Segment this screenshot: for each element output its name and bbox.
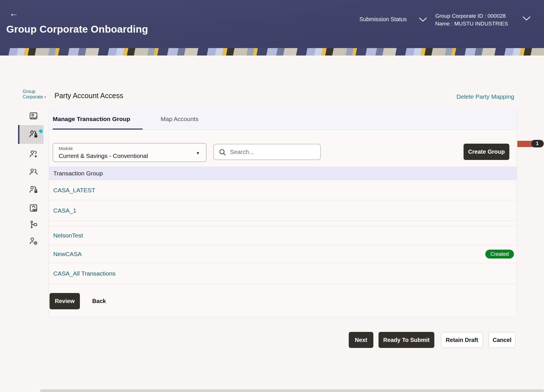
side-alert-count-badge[interactable]: 1 xyxy=(531,140,544,148)
table-row: NelsonTest xyxy=(49,226,517,245)
decorative-banner-strip xyxy=(0,48,544,56)
id-card-icon xyxy=(29,111,38,121)
tab-map-accounts[interactable]: Map Accounts xyxy=(161,109,198,130)
chevron-down-icon[interactable] xyxy=(522,16,531,21)
cancel-button[interactable]: Cancel xyxy=(488,332,516,348)
sidebar-item-add-user[interactable] xyxy=(29,149,38,159)
chevron-down-icon[interactable] xyxy=(419,17,427,22)
search-box xyxy=(214,144,321,160)
corporate-identity-dropdown[interactable]: Group Corporate ID : 000028 Name : MUSTU… xyxy=(435,12,508,27)
delete-party-mapping-link[interactable]: Delete Party Mapping xyxy=(456,93,514,100)
notification-dot-icon xyxy=(39,129,43,133)
users-icon xyxy=(29,167,38,177)
breadcrumb-line2: Corporate xyxy=(23,94,43,99)
table-row: CASA_1 xyxy=(49,200,517,221)
transaction-group-link[interactable]: CASA_LATEST xyxy=(53,187,95,194)
tab-bar: Manage Transaction Group Map Accounts xyxy=(49,109,517,130)
sidebar-item-id-card[interactable] xyxy=(29,111,38,121)
page-header-title: Group Corporate Onboarding xyxy=(6,23,148,35)
module-select-value: Current & Savings - Conventional xyxy=(59,153,148,159)
breadcrumb[interactable]: Group Corporate› xyxy=(23,89,46,100)
back-button[interactable]: Back xyxy=(86,293,112,309)
sidebar-item-party-account-access[interactable] xyxy=(29,129,38,139)
module-select-label: Module xyxy=(59,146,73,151)
transaction-group-link[interactable]: CASA_All Transactions xyxy=(53,270,115,277)
hierarchy-icon xyxy=(29,220,38,229)
back-arrow-icon[interactable]: ← xyxy=(9,9,18,18)
breadcrumb-line1: Group xyxy=(23,89,46,94)
sidebar-item-users[interactable] xyxy=(29,167,38,177)
sidebar-item-user-settings[interactable] xyxy=(29,236,38,246)
active-tab-underline xyxy=(53,128,143,130)
sidebar-item-linked-document[interactable] xyxy=(29,203,38,213)
table-row: NewCASA Created xyxy=(49,245,517,263)
corporate-id-text: Group Corporate ID : 000028 xyxy=(435,12,508,20)
party-account-access-panel: Manage Transaction Group Map Accounts Mo… xyxy=(49,109,517,317)
review-button[interactable]: Review xyxy=(50,293,80,309)
users-lock-icon xyxy=(29,129,38,139)
table-row: CASA_All Transactions xyxy=(49,263,517,284)
user-gear-icon xyxy=(29,236,38,246)
sidebar-item-hierarchy[interactable] xyxy=(29,220,38,229)
search-input[interactable] xyxy=(230,144,316,160)
breadcrumb-chevron-icon: › xyxy=(44,94,46,100)
next-button[interactable]: Next xyxy=(349,332,373,348)
caret-down-icon: ▼ xyxy=(196,151,200,155)
user-lock-icon xyxy=(29,185,38,195)
module-select[interactable]: Module Current & Savings - Conventional … xyxy=(53,143,206,162)
transaction-group-link[interactable]: NelsonTest xyxy=(53,232,83,239)
sidebar-item-user-lock[interactable] xyxy=(29,185,38,195)
submission-status-dropdown[interactable]: Submission Status xyxy=(359,16,407,23)
app-header: ← Group Corporate Onboarding Submission … xyxy=(0,0,544,48)
tab-manage-transaction-group[interactable]: Manage Transaction Group xyxy=(53,109,130,130)
corporate-name-text: Name : MUSTU INDUSTRIES xyxy=(435,20,508,27)
search-icon xyxy=(218,148,226,156)
ready-to-submit-button[interactable]: Ready To Submit xyxy=(379,332,434,348)
transaction-group-link[interactable]: NewCASA xyxy=(53,251,82,258)
transaction-group-link[interactable]: CASA_1 xyxy=(53,207,76,214)
user-plus-icon xyxy=(29,149,38,159)
horizontal-scrollbar[interactable] xyxy=(40,389,544,392)
table-row: CASA_LATEST xyxy=(49,180,517,200)
table-row-spacer xyxy=(49,221,517,226)
create-group-button[interactable]: Create Group xyxy=(464,144,509,160)
table-column-header: Transaction Group xyxy=(49,167,517,180)
frame-link-icon xyxy=(29,203,38,213)
page-title: Party Account Access xyxy=(54,92,123,100)
retain-draft-button[interactable]: Retain Draft xyxy=(441,332,483,348)
status-badge: Created xyxy=(485,250,514,259)
